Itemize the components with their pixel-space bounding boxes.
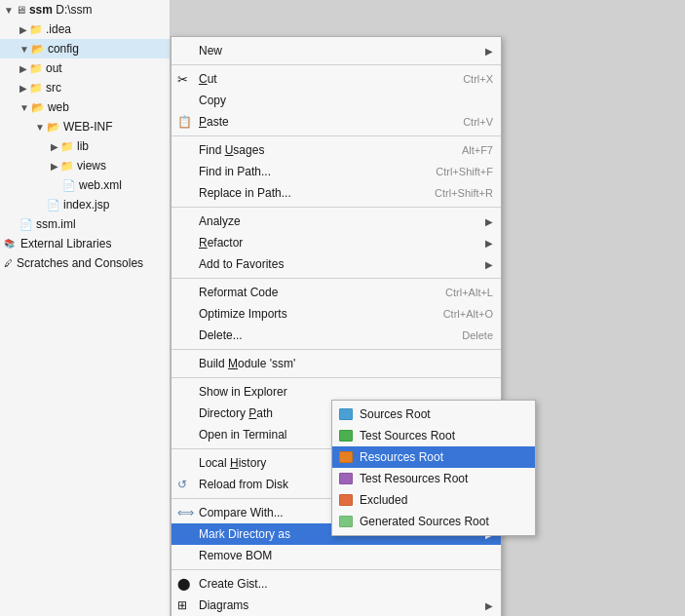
folder-icon: 📁 [60, 140, 74, 153]
scratches-icon: 🖊 [4, 258, 13, 268]
submenu-label: Excluded [360, 493, 407, 507]
submenu-item-test-sources-root[interactable]: Test Sources Root [332, 425, 535, 446]
cut-icon: ✂ [177, 72, 188, 87]
submenu-item-sources-root[interactable]: Sources Root [332, 404, 535, 425]
tree-label: External Libraries [20, 237, 111, 250]
menu-item-cut[interactable]: ✂ Cut Ctrl+X [171, 68, 501, 90]
excluded-icon [338, 492, 354, 508]
menu-separator [171, 64, 501, 65]
menu-label: Analyze [199, 214, 241, 228]
tree-label: ssm.iml [36, 217, 76, 231]
menu-item-new[interactable]: New ▶ [171, 40, 501, 61]
menu-item-remove-bom[interactable]: Remove BOM [171, 545, 501, 566]
folder-icon: 📁 [29, 62, 43, 75]
arrow-icon: ▼ [19, 102, 29, 113]
tree-label: web.xml [79, 178, 122, 192]
tree-item-out[interactable]: ▶ 📁 out [0, 58, 170, 78]
menu-item-diagrams[interactable]: ⊞ Diagrams ▶ [171, 595, 501, 616]
tree-item-views[interactable]: ▶ 📁 views [0, 156, 170, 175]
shortcut-label: Ctrl+Alt+O [443, 308, 493, 320]
menu-label: Delete... [199, 328, 243, 342]
menu-item-paste[interactable]: 📋 Paste Ctrl+V [171, 111, 501, 133]
arrow-icon: ▼ [4, 5, 14, 16]
submenu-item-excluded[interactable]: Excluded [332, 489, 535, 511]
submenu-item-generated-sources[interactable]: Generated Sources Root [332, 511, 535, 532]
menu-item-create-gist[interactable]: ⬤ Create Gist... [171, 573, 501, 595]
tree-item-webinf[interactable]: ▼ 📂 WEB-INF [0, 117, 170, 136]
tree-item-web[interactable]: ▼ 📂 web [0, 97, 170, 117]
submenu-label: Generated Sources Root [360, 515, 489, 528]
menu-item-add-favorites[interactable]: Add to Favorites ▶ [171, 253, 501, 275]
menu-label: Copy [199, 94, 226, 107]
menu-separator [171, 135, 501, 136]
menu-label: Add to Favorites [199, 257, 284, 271]
test-resources-root-icon [338, 471, 354, 486]
file-iml-icon: 📄 [19, 218, 33, 231]
menu-separator [171, 207, 501, 208]
arrow-icon: ▶ [51, 161, 58, 172]
shortcut-label: Alt+F7 [462, 144, 493, 156]
menu-label: Mark Directory as [199, 527, 290, 541]
menu-label: Directory Path [199, 406, 273, 420]
github-icon: ⬤ [177, 577, 190, 591]
file-xml-icon: 📄 [62, 179, 76, 192]
arrow-icon: ▶ [19, 63, 27, 74]
folder-icon: 📂 [47, 121, 60, 134]
tree-item-external-libs[interactable]: 📚 External Libraries [0, 234, 170, 253]
menu-label: Create Gist... [199, 577, 268, 591]
folder-icon: 📁 [29, 82, 43, 95]
menu-label: Find Usages [199, 143, 264, 157]
tree-item-lib[interactable]: ▶ 📁 lib [0, 136, 170, 156]
reload-icon: ↺ [177, 478, 187, 491]
menu-item-copy[interactable]: Copy [171, 90, 501, 111]
menu-item-analyze[interactable]: Analyze ▶ [171, 211, 501, 232]
folder-open-icon: 📂 [31, 43, 45, 56]
shortcut-label: Ctrl+Shift+R [435, 187, 493, 199]
submenu-item-resources-root[interactable]: Resources Root [332, 446, 535, 468]
tree-item-src[interactable]: ▶ 📁 src [0, 78, 170, 97]
folder-icon: 📂 [31, 101, 45, 114]
test-sources-root-icon [338, 428, 354, 443]
tree-label: .idea [46, 22, 71, 36]
menu-item-optimize-imports[interactable]: Optimize Imports Ctrl+Alt+O [171, 303, 501, 325]
menu-label: Diagrams [199, 598, 248, 612]
menu-item-build-module[interactable]: Build Module 'ssm' [171, 353, 501, 374]
tree-label: src [46, 81, 61, 95]
arrow-icon: ▶ [19, 24, 27, 35]
arrow-icon: ▼ [35, 122, 45, 133]
menu-separator [171, 349, 501, 350]
mark-directory-submenu: Sources Root Test Sources Root Resources… [331, 400, 536, 536]
diagram-icon: ⊞ [177, 598, 187, 612]
menu-label: Reformat Code [199, 286, 278, 299]
menu-item-find-usages[interactable]: Find Usages Alt+F7 [171, 139, 501, 161]
menu-item-replace-in-path[interactable]: Replace in Path... Ctrl+Shift+R [171, 182, 501, 204]
menu-label: Remove BOM [199, 549, 272, 562]
tree-label: index.jsp [63, 198, 109, 212]
folder-icon: 📁 [29, 23, 43, 36]
tree-item-scratches[interactable]: 🖊 Scratches and Consoles [0, 253, 170, 273]
menu-item-delete[interactable]: Delete... Delete [171, 325, 501, 346]
tree-item-config[interactable]: ▼ 📂 config [0, 39, 170, 58]
menu-item-find-in-path[interactable]: Find in Path... Ctrl+Shift+F [171, 161, 501, 182]
tree-item-indexjsp[interactable]: 📄 index.jsp [0, 195, 170, 214]
tree-label: lib [77, 139, 89, 153]
menu-label: Show in Explorer [199, 385, 287, 399]
submenu-item-test-resources-root[interactable]: Test Resources Root [332, 468, 535, 489]
arrow-icon: ▶ [19, 83, 27, 94]
tree-item-ssm[interactable]: ▼ 🖥 ssm D:\ssm [0, 0, 170, 19]
menu-label: Local History [199, 456, 266, 470]
project-tree: ▼ 🖥 ssm D:\ssm ▶ 📁 .idea ▼ 📂 config ▶ 📁 … [0, 0, 171, 616]
paste-icon: 📋 [177, 115, 192, 129]
tree-item-idea[interactable]: ▶ 📁 .idea [0, 19, 170, 39]
submenu-arrow-icon: ▶ [485, 238, 493, 249]
file-jsp-icon: 📄 [47, 199, 60, 212]
menu-item-reformat[interactable]: Reformat Code Ctrl+Alt+L [171, 282, 501, 303]
menu-label: Reload from Disk [199, 478, 288, 491]
submenu-arrow-icon: ▶ [485, 259, 493, 270]
tree-item-webxml[interactable]: 📄 web.xml [0, 175, 170, 195]
tree-item-ssmiml[interactable]: 📄 ssm.iml [0, 214, 170, 234]
menu-label: Build Module 'ssm' [199, 357, 295, 370]
menu-separator [171, 278, 501, 279]
menu-item-refactor[interactable]: Refactor ▶ [171, 232, 501, 253]
folder-icon: 🖥 [16, 4, 26, 16]
